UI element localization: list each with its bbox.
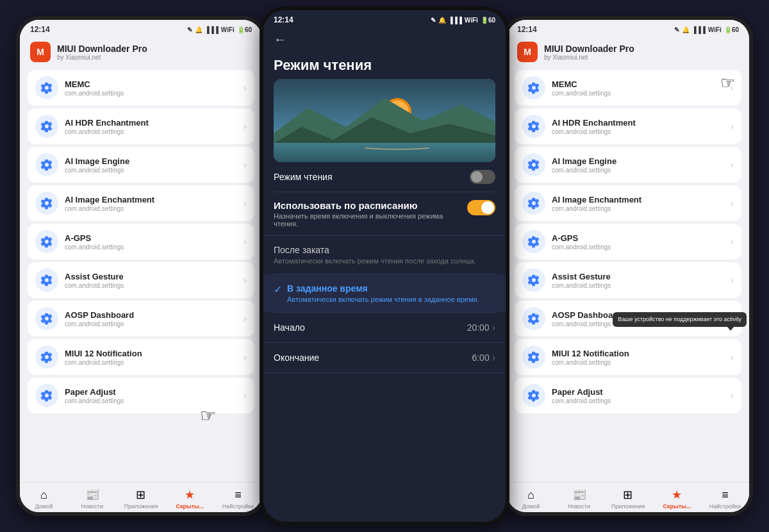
right-nav-apps[interactable]: ⊞ Приложения: [611, 488, 645, 510]
center-status-bar: 12:14 ✎ 🔔 ▐▐▐ WiFi 🔋60: [263, 10, 506, 27]
right-nav-settings[interactable]: ≡ Найстройки: [709, 488, 741, 510]
right-item-3-sub: com.android.settings: [552, 205, 731, 212]
right-item-7-title: MIUI 12 Notification: [552, 349, 731, 358]
left-item-4-title: A-GPS: [65, 233, 244, 243]
back-arrow-icon[interactable]: ←: [274, 32, 286, 47]
center-back-header: ←: [263, 27, 506, 49]
scheduled-time-title: В заданное время: [287, 283, 479, 294]
center-page-title: Режим чтения: [263, 49, 506, 79]
list-item[interactable]: AI Image Engine com.android.settings ›: [28, 147, 254, 183]
left-phone: 12:14 ✎ 🔔 ▐▐▐ WiFi 🔋60 M MIUI Downloader…: [16, 16, 266, 516]
right-app-title: MIUI Downloader Pro: [544, 44, 634, 54]
reading-mode-label: Режим чтения: [274, 172, 333, 182]
right-item-2-chevron: ›: [731, 160, 734, 170]
schedule-section: Использовать по расписанию Назначить вре…: [263, 192, 506, 236]
right-item-6-icon: [522, 307, 545, 330]
right-nav-hidden[interactable]: ★ Скрыты...: [661, 488, 693, 510]
right-item-3-chevron: ›: [731, 198, 734, 208]
list-item[interactable]: AI HDR Enchantment com.android.settings …: [28, 108, 254, 144]
right-item-7-icon: [522, 345, 545, 369]
left-item-8-sub: com.android.settings: [65, 397, 244, 404]
left-item-2-icon: [35, 153, 58, 176]
list-item[interactable]: A-GPS com.android.settings ›: [28, 224, 254, 260]
right-list-container: MEMC com.android.settings › ☞ AI HDR Enc…: [507, 67, 749, 482]
left-item-2-title: AI Image Engine: [65, 156, 244, 166]
left-item-0-icon: [35, 76, 58, 99]
right-list-item[interactable]: AI Image Enchantment com.android.setting…: [515, 185, 741, 221]
list-item[interactable]: AI Image Enchantment com.android.setting…: [28, 185, 254, 221]
right-list-item[interactable]: A-GPS com.android.settings ›: [515, 224, 741, 260]
left-nav-hidden[interactable]: ★ Скрыты...: [174, 488, 206, 510]
right-item-2-icon: [522, 153, 545, 176]
right-list-item[interactable]: MEMC com.android.settings › ☞: [515, 70, 741, 106]
right-item-8-title: Paper Adjust: [552, 387, 731, 397]
right-status-bar: 12:14 ✎ 🔔 ▐▐▐ WiFi 🔋60: [507, 20, 749, 37]
left-item-3-title: AI Image Enchantment: [65, 195, 244, 204]
center-time: 12:14: [274, 15, 294, 24]
left-app-header: M MIUI Downloader Pro by Xiaomiui.net: [20, 37, 262, 67]
right-item-0-icon: [522, 76, 545, 99]
right-item-4-chevron: ›: [731, 237, 734, 247]
left-item-1-chevron: ›: [244, 121, 247, 131]
reading-mode-toggle-row: Режим чтения: [263, 162, 506, 192]
left-item-4-sub: com.android.settings: [65, 244, 244, 251]
right-nav-news[interactable]: 📰 Новости: [563, 488, 595, 510]
end-time-row[interactable]: Окончание 6:00 ›: [263, 343, 506, 373]
left-item-3-icon: [35, 192, 58, 215]
svg-rect-3: [274, 143, 495, 162]
list-item[interactable]: AOSP Dashboard com.android.settings ›: [28, 301, 254, 337]
right-item-8-sub: com.android.settings: [552, 397, 731, 404]
right-item-1-chevron: ›: [731, 121, 734, 131]
left-item-5-chevron: ›: [244, 275, 247, 285]
left-item-0-sub: com.android.settings: [65, 90, 244, 97]
right-item-8-chevron: ›: [731, 390, 734, 401]
center-status-icons: ✎ 🔔 ▐▐▐ WiFi 🔋60: [431, 17, 495, 24]
tooltip-box: Ваше устройство не поддерживает это acti…: [613, 312, 747, 327]
left-item-2-chevron: ›: [244, 160, 247, 170]
right-list-item[interactable]: Paper Adjust com.android.settings ›: [515, 378, 741, 413]
right-item-5-chevron: ›: [731, 275, 734, 285]
left-app-subtitle: by Xiaomiui.net: [57, 54, 147, 61]
left-item-5-title: Assist Gesture: [65, 272, 244, 281]
left-item-0-chevron: ›: [244, 83, 247, 93]
right-item-1-sub: com.android.settings: [552, 128, 731, 135]
left-time: 12:14: [30, 25, 50, 34]
schedule-toggle[interactable]: [467, 200, 495, 215]
left-item-8-icon: [35, 384, 58, 407]
sunset-option[interactable]: После заката Автоматически включать режи…: [263, 236, 506, 274]
right-list-item[interactable]: Assist Gesture com.android.settings ›: [515, 262, 741, 298]
right-list-item[interactable]: AI HDR Enchantment com.android.settings …: [515, 108, 741, 144]
left-item-5-sub: com.android.settings: [65, 282, 244, 289]
list-item[interactable]: MIUI 12 Notification com.android.setting…: [28, 339, 254, 375]
left-item-6-title: AOSP Dashboard: [65, 310, 244, 320]
center-phone: 12:14 ✎ 🔔 ▐▐▐ WiFi 🔋60 ← Режим чтения: [260, 6, 509, 526]
left-item-7-sub: com.android.settings: [65, 359, 244, 366]
left-nav-news[interactable]: 📰 Новости: [76, 488, 108, 510]
list-item[interactable]: Paper Adjust com.android.settings › ☞: [28, 378, 254, 413]
left-nav-apps[interactable]: ⊞ Приложения: [124, 488, 158, 510]
left-item-0-title: MEMC: [65, 79, 244, 89]
list-item[interactable]: Assist Gesture com.android.settings ›: [28, 262, 254, 298]
sunset-option-title: После заката: [274, 245, 495, 255]
scheduled-time-option[interactable]: ✓ В заданное время Автоматически включат…: [263, 274, 506, 312]
schedule-title: Использовать по расписанию: [274, 200, 467, 211]
reading-mode-toggle[interactable]: [470, 170, 495, 184]
left-item-1-icon: [35, 115, 58, 138]
left-item-6-icon: [35, 307, 58, 330]
right-item-7-chevron: ›: [731, 352, 734, 362]
end-time-label: Окончание: [274, 353, 319, 363]
right-list-item[interactable]: MIUI 12 Notification com.android.setting…: [515, 339, 741, 375]
right-item-0-sub: com.android.settings: [552, 90, 731, 97]
checkmark-icon: ✓: [274, 283, 282, 295]
start-time-row[interactable]: Начало 20:00 ›: [263, 313, 506, 343]
right-status-icons: ✎ 🔔 ▐▐▐ WiFi 🔋60: [674, 26, 739, 33]
right-item-4-icon: [522, 230, 545, 253]
right-item-1-title: AI HDR Enchantment: [552, 118, 731, 128]
schedule-sub: Назначить время включения и выключения р…: [274, 212, 467, 228]
left-item-4-chevron: ›: [244, 237, 247, 247]
left-nav-settings[interactable]: ≡ Найстройки: [222, 488, 254, 510]
right-nav-home[interactable]: ⌂ Домой: [515, 488, 547, 510]
right-list-item[interactable]: AI Image Engine com.android.settings ›: [515, 147, 741, 183]
left-nav-home[interactable]: ⌂ Домой: [28, 488, 60, 510]
list-item[interactable]: MEMC com.android.settings ›: [28, 70, 254, 106]
